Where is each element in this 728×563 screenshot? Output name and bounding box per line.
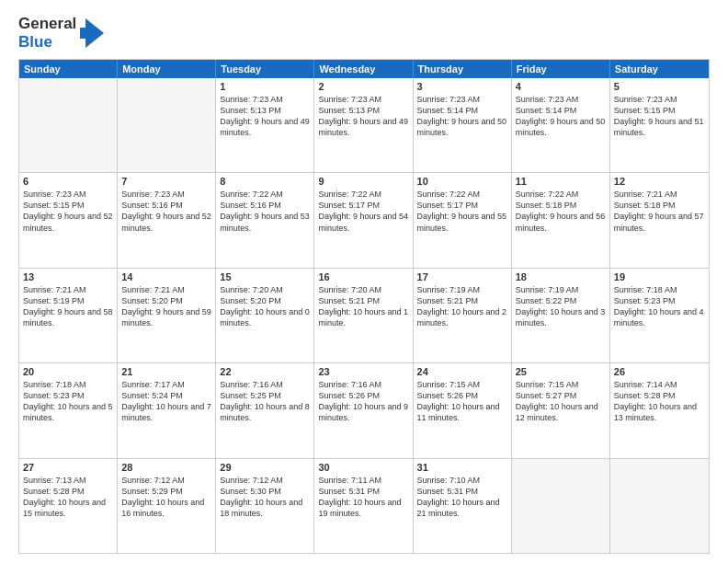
day-number: 7 xyxy=(121,176,211,187)
sunset-line: Sunset: 5:17 PM xyxy=(318,200,408,211)
calendar-row: 1 Sunrise: 7:23 AM Sunset: 5:13 PM Dayli… xyxy=(19,78,709,172)
day-cell-24: 24 Sunrise: 7:15 AM Sunset: 5:26 PM Dayl… xyxy=(414,363,512,457)
day-cell-11: 11 Sunrise: 7:22 AM Sunset: 5:18 PM Dayl… xyxy=(512,173,610,267)
daylight-line: Daylight: 10 hours and 5 minutes. xyxy=(23,401,113,423)
day-number: 28 xyxy=(121,462,211,473)
day-cell-13: 13 Sunrise: 7:21 AM Sunset: 5:19 PM Dayl… xyxy=(19,269,118,362)
day-number: 20 xyxy=(23,366,113,377)
sunrise-line: Sunrise: 7:14 AM xyxy=(614,379,705,390)
sunset-line: Sunset: 5:25 PM xyxy=(220,390,310,401)
sunset-line: Sunset: 5:26 PM xyxy=(318,390,408,401)
daylight-line: Daylight: 10 hours and 3 minutes. xyxy=(516,306,606,328)
sunset-line: Sunset: 5:13 PM xyxy=(318,105,408,116)
sunset-line: Sunset: 5:20 PM xyxy=(121,295,211,306)
day-number: 16 xyxy=(318,271,408,282)
day-number: 25 xyxy=(516,366,606,377)
day-cell-30: 30 Sunrise: 7:11 AM Sunset: 5:31 PM Dayl… xyxy=(314,459,413,553)
sunset-line: Sunset: 5:29 PM xyxy=(121,486,211,497)
day-cell-6: 6 Sunrise: 7:23 AM Sunset: 5:15 PM Dayli… xyxy=(19,173,118,267)
day-cell-14: 14 Sunrise: 7:21 AM Sunset: 5:20 PM Dayl… xyxy=(118,269,216,362)
daylight-line: Daylight: 9 hours and 59 minutes. xyxy=(121,306,211,328)
sunset-line: Sunset: 5:21 PM xyxy=(318,295,408,306)
sunrise-line: Sunrise: 7:21 AM xyxy=(614,189,705,200)
sunset-line: Sunset: 5:18 PM xyxy=(614,200,705,211)
sunset-line: Sunset: 5:16 PM xyxy=(220,200,310,211)
day-number: 21 xyxy=(121,366,211,377)
day-cell-22: 22 Sunrise: 7:16 AM Sunset: 5:25 PM Dayl… xyxy=(216,363,314,457)
day-cell-3: 3 Sunrise: 7:23 AM Sunset: 5:14 PM Dayli… xyxy=(414,78,512,172)
sunrise-line: Sunrise: 7:16 AM xyxy=(220,379,310,390)
day-number: 8 xyxy=(220,176,310,187)
day-number: 29 xyxy=(220,462,310,473)
sunset-line: Sunset: 5:14 PM xyxy=(417,105,507,116)
day-cell-28: 28 Sunrise: 7:12 AM Sunset: 5:29 PM Dayl… xyxy=(118,459,216,553)
day-cell-7: 7 Sunrise: 7:23 AM Sunset: 5:16 PM Dayli… xyxy=(118,173,216,267)
sunrise-line: Sunrise: 7:15 AM xyxy=(417,379,507,390)
day-number: 2 xyxy=(318,81,408,92)
sunrise-line: Sunrise: 7:22 AM xyxy=(318,189,408,200)
daylight-line: Daylight: 10 hours and 2 minutes. xyxy=(417,306,507,328)
sunrise-line: Sunrise: 7:17 AM xyxy=(121,379,211,390)
calendar-body: 1 Sunrise: 7:23 AM Sunset: 5:13 PM Dayli… xyxy=(19,78,709,553)
sunset-line: Sunset: 5:28 PM xyxy=(23,486,113,497)
sunrise-line: Sunrise: 7:20 AM xyxy=(220,284,310,295)
sunrise-line: Sunrise: 7:22 AM xyxy=(220,189,310,200)
calendar: SundayMondayTuesdayWednesdayThursdayFrid… xyxy=(18,59,710,554)
day-number: 18 xyxy=(516,271,606,282)
day-header-saturday: Saturday xyxy=(610,60,709,78)
sunrise-line: Sunrise: 7:19 AM xyxy=(417,284,507,295)
daylight-line: Daylight: 10 hours and 21 minutes. xyxy=(417,497,507,519)
sunrise-line: Sunrise: 7:19 AM xyxy=(516,284,606,295)
sunrise-line: Sunrise: 7:21 AM xyxy=(121,284,211,295)
day-number: 10 xyxy=(417,176,507,187)
sunset-line: Sunset: 5:23 PM xyxy=(614,295,705,306)
sunrise-line: Sunrise: 7:22 AM xyxy=(516,189,606,200)
day-cell-10: 10 Sunrise: 7:22 AM Sunset: 5:17 PM Dayl… xyxy=(414,173,512,267)
daylight-line: Daylight: 9 hours and 55 minutes. xyxy=(417,211,507,233)
day-number: 30 xyxy=(318,462,408,473)
sunset-line: Sunset: 5:18 PM xyxy=(516,200,606,211)
day-header-monday: Monday xyxy=(118,60,216,78)
sunrise-line: Sunrise: 7:23 AM xyxy=(23,189,113,200)
day-number: 6 xyxy=(23,176,113,187)
day-cell-12: 12 Sunrise: 7:21 AM Sunset: 5:18 PM Dayl… xyxy=(610,173,709,267)
day-number: 4 xyxy=(516,81,606,92)
day-number: 5 xyxy=(614,81,705,92)
sunset-line: Sunset: 5:20 PM xyxy=(220,295,310,306)
daylight-line: Daylight: 10 hours and 13 minutes. xyxy=(614,401,705,423)
day-number: 22 xyxy=(220,366,310,377)
day-header-wednesday: Wednesday xyxy=(314,60,413,78)
sunrise-line: Sunrise: 7:23 AM xyxy=(614,94,705,105)
sunrise-line: Sunrise: 7:12 AM xyxy=(121,475,211,486)
day-header-friday: Friday xyxy=(512,60,610,78)
sunrise-line: Sunrise: 7:18 AM xyxy=(23,379,113,390)
daylight-line: Daylight: 9 hours and 49 minutes. xyxy=(220,116,310,138)
sunset-line: Sunset: 5:22 PM xyxy=(516,295,606,306)
day-number: 23 xyxy=(318,366,408,377)
day-cell-20: 20 Sunrise: 7:18 AM Sunset: 5:23 PM Dayl… xyxy=(19,363,118,457)
sunrise-line: Sunrise: 7:22 AM xyxy=(417,189,507,200)
empty-cell xyxy=(19,78,118,172)
daylight-line: Daylight: 9 hours and 58 minutes. xyxy=(23,306,113,328)
sunset-line: Sunset: 5:23 PM xyxy=(23,390,113,401)
sunset-line: Sunset: 5:31 PM xyxy=(318,486,408,497)
daylight-line: Daylight: 9 hours and 53 minutes. xyxy=(220,211,310,233)
daylight-line: Daylight: 10 hours and 19 minutes. xyxy=(318,497,408,519)
day-cell-16: 16 Sunrise: 7:20 AM Sunset: 5:21 PM Dayl… xyxy=(314,269,413,362)
sunset-line: Sunset: 5:15 PM xyxy=(614,105,705,116)
sunset-line: Sunset: 5:19 PM xyxy=(23,295,113,306)
daylight-line: Daylight: 9 hours and 54 minutes. xyxy=(318,211,408,233)
day-number: 17 xyxy=(417,271,507,282)
sunrise-line: Sunrise: 7:10 AM xyxy=(417,475,507,486)
sunrise-line: Sunrise: 7:23 AM xyxy=(417,94,507,105)
daylight-line: Daylight: 9 hours and 52 minutes. xyxy=(23,211,113,233)
sunrise-line: Sunrise: 7:21 AM xyxy=(23,284,113,295)
day-cell-18: 18 Sunrise: 7:19 AM Sunset: 5:22 PM Dayl… xyxy=(512,269,610,362)
empty-cell xyxy=(610,459,709,553)
day-number: 19 xyxy=(614,271,705,282)
sunset-line: Sunset: 5:14 PM xyxy=(516,105,606,116)
daylight-line: Daylight: 9 hours and 50 minutes. xyxy=(516,116,606,138)
daylight-line: Daylight: 9 hours and 57 minutes. xyxy=(614,211,705,233)
sunrise-line: Sunrise: 7:20 AM xyxy=(318,284,408,295)
day-header-sunday: Sunday xyxy=(19,60,118,78)
